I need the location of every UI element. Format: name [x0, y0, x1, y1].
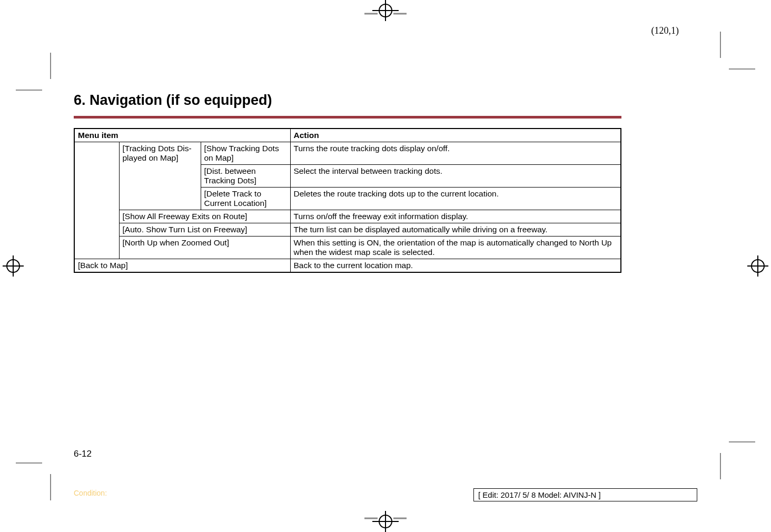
table-cell-menu: [Tracking Dots Dis-played on Map]	[119, 142, 201, 210]
table-cell-parent-blank	[74, 142, 119, 259]
table-header-action: Action	[290, 129, 621, 142]
cross-register-right	[747, 255, 768, 277]
table-header-menu: Menu item	[74, 129, 290, 142]
table-cell-action: Turns on/off the freeway exit informatio…	[290, 210, 621, 223]
crop-mark	[720, 32, 721, 58]
table-cell-action: When this setting is ON, the orientation…	[290, 237, 621, 259]
condition-label: Condition:	[74, 489, 107, 497]
table-cell-action: Deletes the route tracking dots up to th…	[290, 188, 621, 210]
table-cell-menu: [North Up when Zoomed Out]	[119, 237, 290, 259]
table-cell-menu: [Auto. Show Turn List on Freeway]	[119, 223, 290, 237]
edit-info-box: [ Edit: 2017/ 5/ 8 Model: AIVINJ-N ]	[473, 488, 697, 501]
registration-mark-bottom	[364, 511, 407, 532]
table-cell-action: Select the interval between tracking dot…	[290, 165, 621, 188]
crop-mark	[50, 474, 51, 500]
table-cell-submenu: [Show Tracking Dots on Map]	[201, 142, 290, 165]
crop-mark	[16, 462, 42, 464]
table-cell-action: Back to the current location map.	[290, 259, 621, 273]
crop-mark	[720, 453, 721, 479]
svg-point-5	[379, 515, 392, 528]
settings-table: Menu item Action [Tracking Dots Dis-play…	[74, 128, 621, 273]
table-cell-menu: [Back to Map]	[74, 259, 290, 273]
table-cell-submenu: [Dist. between Tracking Dots]	[201, 165, 290, 188]
table-cell-action: The turn list can be displayed automatic…	[290, 223, 621, 237]
table-cell-menu: [Show All Freeway Exits on Route]	[119, 210, 290, 223]
table-cell-submenu: [Delete Track to Current Location]	[201, 188, 290, 210]
section-title: 6. Navigation (if so equipped)	[74, 92, 621, 109]
svg-point-0	[379, 4, 392, 17]
crop-mark	[50, 53, 51, 79]
table-cell-action: Turns the route tracking dots display on…	[290, 142, 621, 165]
cross-register-left	[3, 255, 24, 277]
registration-mark-top	[364, 0, 407, 21]
page-content: 6. Navigation (if so equipped) Menu item…	[74, 92, 621, 273]
section-divider-bar	[74, 116, 621, 119]
crop-mark	[16, 90, 42, 91]
page-number: 6-12	[74, 449, 92, 459]
page-coordinate: (120,1)	[651, 25, 679, 36]
crop-mark	[729, 441, 755, 442]
crop-mark	[729, 68, 755, 70]
